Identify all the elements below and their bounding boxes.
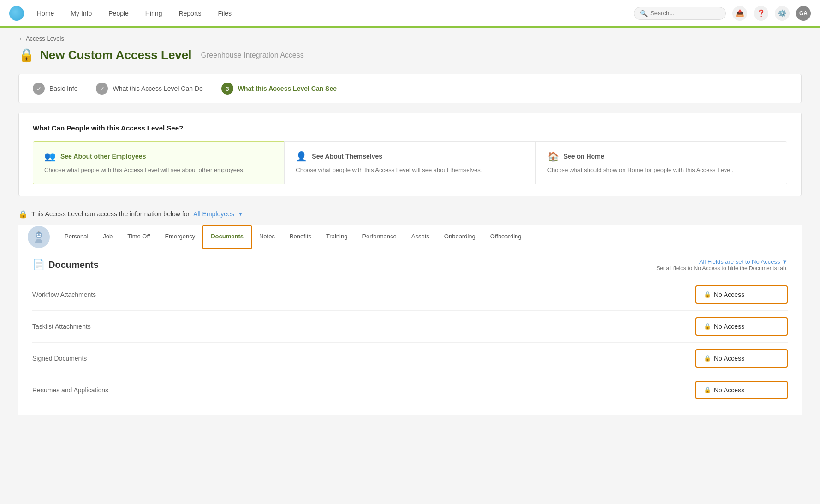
tab-list: Personal Job Time Off Emergency Document…: [57, 225, 529, 249]
access-lock-icon: 🔒: [18, 210, 28, 219]
info-cards: 👥 See About other Employees Choose what …: [33, 141, 787, 184]
set-all-hint: Set all fields to No Access to hide the …: [656, 265, 788, 272]
tab-personal[interactable]: Personal: [57, 225, 95, 249]
doc-rows: Workflow Attachments 🔒 No Access Tasklis…: [32, 279, 788, 406]
step-2[interactable]: ✓ What this Access Level Can Do: [96, 83, 202, 95]
profile-avatar: [28, 226, 50, 248]
notifications-icon[interactable]: 📥: [732, 6, 747, 21]
documents-icon: 📄: [32, 259, 45, 271]
nav-files[interactable]: Files: [216, 10, 233, 17]
info-card-themselves[interactable]: 👤 See About Themselves Choose what peopl…: [284, 141, 535, 184]
lock-icon-1: 🔒: [704, 323, 711, 330]
dropdown-arrow-icon[interactable]: ▼: [238, 211, 243, 217]
svg-point-2: [40, 234, 41, 235]
nav-people[interactable]: People: [107, 10, 131, 17]
doc-label-0: Workflow Attachments: [32, 291, 96, 298]
search-icon: 🔍: [640, 10, 648, 17]
people-icon: 👥: [44, 151, 56, 162]
lock-icon-2: 🔒: [704, 355, 711, 362]
tab-onboarding[interactable]: Onboarding: [437, 225, 483, 249]
card-1-desc: Choose what people with this Access Leve…: [44, 166, 273, 175]
doc-row-3: Resumes and Applications 🔒 No Access: [32, 374, 788, 406]
nav-right: 🔍 📥 ❓ ⚙️ GA: [634, 6, 811, 21]
all-employees-link[interactable]: All Employees: [193, 210, 234, 218]
see-section-card: What Can People with this Access Level S…: [18, 113, 802, 196]
step-1-label: Basic Info: [49, 85, 77, 92]
svg-point-5: [38, 231, 40, 232]
tab-notes[interactable]: Notes: [252, 225, 282, 249]
doc-label-2: Signed Documents: [32, 355, 87, 362]
access-row-text: This Access Level can access the informa…: [31, 210, 190, 218]
lock-icon-3: 🔒: [704, 386, 711, 393]
steps-bar: ✓ Basic Info ✓ What this Access Level Ca…: [18, 74, 802, 103]
doc-label-1: Tasklist Attachments: [32, 323, 91, 330]
card-3-desc: Choose what should show on Home for peop…: [547, 166, 776, 175]
breadcrumb[interactable]: ← Access Levels: [18, 35, 802, 42]
step-3-label: What this Access Level Can See: [238, 85, 337, 92]
access-label-1: No Access: [714, 323, 744, 330]
nav-links: Home My Info People Hiring Reports Files: [35, 10, 634, 17]
tab-offboarding[interactable]: Offboarding: [483, 225, 529, 249]
access-label-2: No Access: [714, 355, 744, 362]
tab-documents[interactable]: Documents: [202, 225, 252, 249]
page-title-row: 🔒 New Custom Access Level Greenhouse Int…: [18, 47, 802, 63]
svg-rect-3: [37, 236, 41, 237]
no-access-badge-3[interactable]: 🔒 No Access: [695, 381, 788, 399]
page-title-icon: 🔒: [18, 47, 35, 63]
access-label-0: No Access: [714, 291, 744, 298]
access-label-3: No Access: [714, 386, 744, 394]
logo[interactable]: [9, 6, 24, 21]
search-box[interactable]: 🔍: [634, 7, 726, 20]
card-2-title: See About Themselves: [312, 153, 382, 160]
doc-label-3: Resumes and Applications: [32, 386, 108, 394]
profile-tabs-row: Personal Job Time Off Emergency Document…: [18, 225, 802, 249]
nav-hiring[interactable]: Hiring: [143, 10, 164, 17]
tab-training[interactable]: Training: [319, 225, 355, 249]
tab-emergency[interactable]: Emergency: [157, 225, 202, 249]
step-3[interactable]: 3 What this Access Level Can See: [221, 83, 337, 95]
tab-job[interactable]: Job: [95, 225, 120, 249]
step-2-check: ✓: [96, 83, 108, 95]
step-3-check: 3: [221, 83, 233, 95]
step-1-check: ✓: [33, 83, 45, 95]
section-question: What Can People with this Access Level S…: [33, 124, 787, 132]
card-2-desc: Choose what people with this Access Leve…: [296, 166, 524, 175]
main-content: ← Access Levels 🔒 New Custom Access Leve…: [0, 28, 820, 434]
home-icon: 🏠: [547, 151, 559, 162]
svg-point-0: [36, 232, 42, 238]
documents-section: 📄 Documents All Fields are set to No Acc…: [18, 249, 802, 415]
card-1-title: See About other Employees: [60, 153, 146, 160]
tab-assets[interactable]: Assets: [404, 225, 437, 249]
lock-icon-0: 🔒: [704, 291, 711, 298]
tab-performance[interactable]: Performance: [355, 225, 404, 249]
svg-point-1: [37, 234, 38, 235]
search-input[interactable]: [650, 10, 720, 17]
set-all-area: All Fields are set to No Access ▼ Set al…: [656, 258, 788, 272]
no-access-badge-2[interactable]: 🔒 No Access: [695, 349, 788, 368]
nav-home[interactable]: Home: [35, 10, 56, 17]
help-icon[interactable]: ❓: [754, 6, 768, 21]
info-card-home[interactable]: 🏠 See on Home Choose what should show on…: [536, 141, 787, 184]
top-navigation: Home My Info People Hiring Reports Files…: [0, 0, 820, 28]
avatar[interactable]: GA: [796, 6, 811, 21]
nav-reports[interactable]: Reports: [177, 10, 203, 17]
set-all-link[interactable]: All Fields are set to No Access ▼: [656, 258, 788, 265]
tab-timeoff[interactable]: Time Off: [120, 225, 157, 249]
no-access-badge-0[interactable]: 🔒 No Access: [695, 285, 788, 304]
doc-row-0: Workflow Attachments 🔒 No Access: [32, 279, 788, 311]
step-1[interactable]: ✓ Basic Info: [33, 83, 77, 95]
card-3-title: See on Home: [564, 153, 605, 160]
no-access-badge-1[interactable]: 🔒 No Access: [695, 317, 788, 336]
documents-title: Documents: [48, 260, 99, 270]
info-card-other-employees[interactable]: 👥 See About other Employees Choose what …: [33, 141, 284, 184]
person-icon: 👤: [296, 151, 307, 162]
step-2-label: What this Access Level Can Do: [113, 85, 202, 92]
doc-row-2: Signed Documents 🔒 No Access: [32, 343, 788, 374]
page-title: New Custom Access Level: [40, 48, 192, 62]
documents-header-row: 📄 Documents All Fields are set to No Acc…: [32, 258, 788, 272]
settings-icon[interactable]: ⚙️: [775, 6, 790, 21]
page-subtitle: Greenhouse Integration Access: [201, 51, 304, 59]
nav-myinfo[interactable]: My Info: [69, 10, 94, 17]
doc-row-1: Tasklist Attachments 🔒 No Access: [32, 311, 788, 343]
tab-benefits[interactable]: Benefits: [282, 225, 319, 249]
